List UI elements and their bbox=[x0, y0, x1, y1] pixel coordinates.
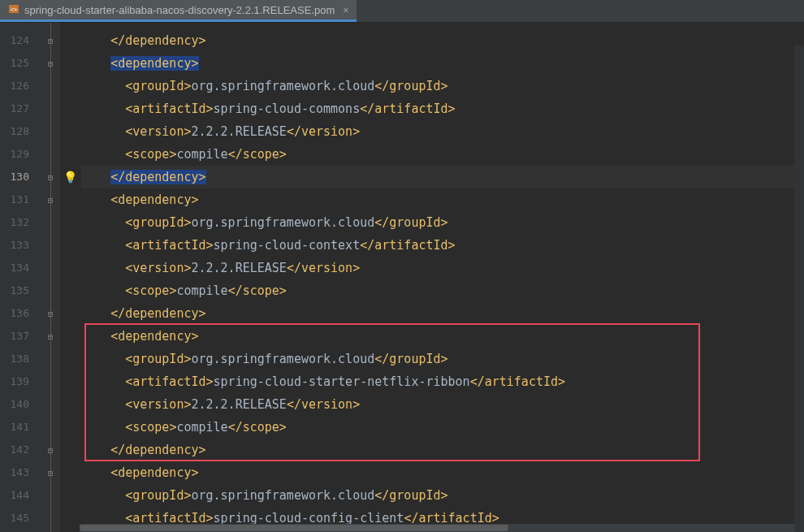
code-line[interactable]: <scope>compile</scope> bbox=[81, 143, 804, 166]
code-line[interactable]: </dependency> bbox=[81, 302, 804, 325]
hint-cell bbox=[60, 484, 80, 507]
fold-close-icon[interactable]: ⊟ bbox=[48, 173, 53, 182]
line-number[interactable]: 133 bbox=[0, 234, 29, 257]
line-number[interactable]: 127 bbox=[0, 97, 29, 120]
line-number[interactable]: 139 bbox=[0, 370, 29, 393]
line-number[interactable]: 145 bbox=[0, 507, 29, 530]
fold-cell[interactable]: ⊟ bbox=[41, 188, 60, 211]
line-number[interactable]: 136 bbox=[0, 302, 29, 325]
hint-cell bbox=[60, 279, 80, 302]
fold-cell[interactable] bbox=[41, 234, 60, 257]
code-line[interactable]: <version>2.2.2.RELEASE</version> bbox=[81, 120, 804, 143]
fold-cell[interactable]: ⊟ bbox=[41, 29, 60, 52]
code-line[interactable]: <dependency> bbox=[81, 325, 804, 348]
code-line[interactable]: <dependency> bbox=[81, 188, 804, 211]
code-line[interactable]: <groupId>org.springframework.cloud</grou… bbox=[81, 484, 804, 507]
line-number[interactable]: 135 bbox=[0, 279, 29, 302]
line-number[interactable]: 140 bbox=[0, 393, 29, 416]
line-number[interactable]: 144 bbox=[0, 484, 29, 507]
code-line[interactable]: <version>2.2.2.RELEASE</version> bbox=[81, 393, 804, 416]
fold-cell[interactable] bbox=[41, 416, 60, 439]
fold-cell[interactable] bbox=[41, 484, 60, 507]
pom-file-icon: <> bbox=[8, 3, 19, 17]
hint-cell bbox=[60, 393, 80, 416]
fold-column[interactable]: ⊟⊟⊟⊟⊟⊟⊟⊟ bbox=[41, 23, 60, 532]
editor-area: 1241251261271281291301311321331341351361… bbox=[0, 23, 804, 532]
hint-cell bbox=[60, 188, 80, 211]
code-line[interactable]: <groupId>org.springframework.cloud</grou… bbox=[81, 348, 804, 370]
code-line[interactable]: <dependency> bbox=[81, 461, 804, 484]
fold-cell[interactable] bbox=[41, 370, 60, 393]
line-number[interactable]: 128 bbox=[0, 120, 29, 143]
code-line[interactable]: <artifactId>spring-cloud-commons</artifa… bbox=[81, 97, 804, 120]
horizontal-scrollbar[interactable] bbox=[80, 524, 794, 532]
lightbulb-icon[interactable]: 💡 bbox=[63, 171, 77, 184]
line-number[interactable]: 126 bbox=[0, 75, 29, 97]
fold-cell[interactable]: ⊟ bbox=[41, 52, 60, 75]
hint-cell bbox=[60, 75, 80, 97]
code-content[interactable]: </dependency> <dependency> <groupId>org.… bbox=[80, 23, 804, 532]
hint-cell bbox=[60, 97, 80, 120]
fold-cell[interactable] bbox=[41, 143, 60, 166]
code-line[interactable]: <version>2.2.2.RELEASE</version> bbox=[81, 257, 804, 279]
code-line[interactable]: </dependency> bbox=[81, 439, 804, 461]
tab-filename: spring-cloud-starter-alibaba-nacos-disco… bbox=[24, 4, 335, 16]
code-line[interactable]: <artifactId>spring-cloud-context</artifa… bbox=[81, 234, 804, 257]
fold-cell[interactable] bbox=[41, 211, 60, 234]
fold-cell[interactable]: ⊟ bbox=[41, 439, 60, 461]
fold-close-icon[interactable]: ⊟ bbox=[48, 37, 53, 45]
fold-cell[interactable] bbox=[41, 75, 60, 97]
line-number[interactable]: 137 bbox=[0, 325, 29, 348]
code-line[interactable]: </dependency> bbox=[81, 29, 804, 52]
fold-cell[interactable] bbox=[41, 507, 60, 530]
fold-cell[interactable] bbox=[41, 348, 60, 370]
fold-cell[interactable] bbox=[41, 120, 60, 143]
line-number[interactable]: 142 bbox=[0, 439, 29, 461]
hint-cell bbox=[60, 302, 80, 325]
fold-cell[interactable]: ⊟ bbox=[41, 325, 60, 348]
hint-cell: 💡 bbox=[60, 166, 80, 188]
fold-open-icon[interactable]: ⊟ bbox=[48, 196, 53, 205]
close-tab-icon[interactable]: ✕ bbox=[339, 4, 348, 15]
right-margin-strip bbox=[794, 45, 804, 532]
code-line[interactable]: <scope>compile</scope> bbox=[81, 416, 804, 439]
fold-cell[interactable]: ⊟ bbox=[41, 302, 60, 325]
fold-open-icon[interactable]: ⊟ bbox=[48, 469, 53, 478]
fold-open-icon[interactable]: ⊟ bbox=[48, 332, 53, 341]
code-line[interactable]: <artifactId>spring-cloud-starter-netflix… bbox=[81, 370, 804, 393]
line-number[interactable]: 129 bbox=[0, 143, 29, 166]
code-line[interactable]: <dependency> bbox=[81, 52, 804, 75]
fold-cell[interactable]: ⊟ bbox=[41, 166, 60, 188]
line-number[interactable]: 132 bbox=[0, 211, 29, 234]
code-line[interactable]: <scope>compile</scope> bbox=[81, 279, 804, 302]
code-line[interactable]: </dependency> bbox=[81, 166, 804, 188]
hint-cell bbox=[60, 507, 80, 530]
fold-cell[interactable] bbox=[41, 257, 60, 279]
hint-cell bbox=[60, 325, 80, 348]
tab-bar: <> spring-cloud-starter-alibaba-nacos-di… bbox=[0, 0, 804, 23]
hint-cell bbox=[60, 29, 80, 52]
fold-cell[interactable] bbox=[41, 279, 60, 302]
line-number[interactable]: 130 bbox=[0, 166, 29, 188]
line-number[interactable]: 131 bbox=[0, 188, 29, 211]
line-number[interactable]: 134 bbox=[0, 257, 29, 279]
file-tab[interactable]: <> spring-cloud-starter-alibaba-nacos-di… bbox=[0, 0, 357, 22]
fold-close-icon[interactable]: ⊟ bbox=[48, 446, 53, 455]
line-number[interactable]: 141 bbox=[0, 416, 29, 439]
hint-cell bbox=[60, 234, 80, 257]
code-line[interactable]: <groupId>org.springframework.cloud</grou… bbox=[81, 211, 804, 234]
line-number[interactable]: 124 bbox=[0, 29, 29, 52]
line-number[interactable]: 125 bbox=[0, 52, 29, 75]
scrollbar-thumb[interactable] bbox=[80, 525, 508, 531]
fold-cell[interactable]: ⊟ bbox=[41, 461, 60, 484]
line-number[interactable]: 143 bbox=[0, 461, 29, 484]
svg-text:<>: <> bbox=[11, 6, 17, 13]
line-number-gutter[interactable]: 1241251261271281291301311321331341351361… bbox=[0, 23, 41, 532]
fold-open-icon[interactable]: ⊟ bbox=[48, 59, 53, 68]
fold-close-icon[interactable]: ⊟ bbox=[48, 309, 53, 318]
fold-cell[interactable] bbox=[41, 393, 60, 416]
code-line[interactable]: <groupId>org.springframework.cloud</grou… bbox=[81, 75, 804, 97]
hint-cell bbox=[60, 348, 80, 370]
line-number[interactable]: 138 bbox=[0, 348, 29, 370]
fold-cell[interactable] bbox=[41, 97, 60, 120]
